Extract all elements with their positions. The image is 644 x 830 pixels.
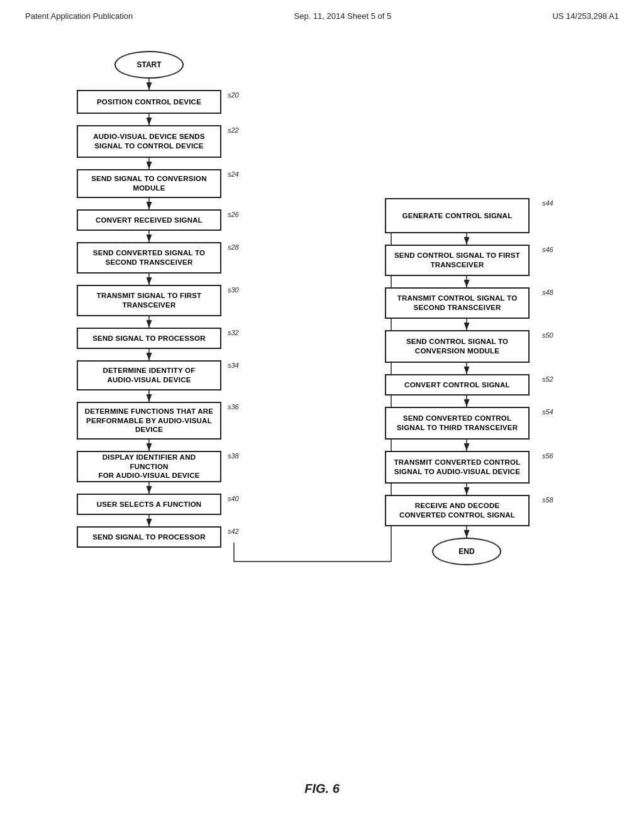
box-s40: USER SELECTS A FUNCTION: [77, 494, 221, 515]
step-label-s54: s54: [542, 408, 553, 416]
box-s50: SEND CONTROL SIGNAL TO CONVERSION MODULE: [385, 330, 530, 363]
box-s28: SEND CONVERTED SIGNAL TO SECOND TRANSCEI…: [77, 242, 221, 274]
header-left: Patent Application Publication: [25, 11, 133, 21]
start-oval: START: [114, 51, 184, 79]
box-s52: CONVERT CONTROL SIGNAL: [385, 374, 530, 396]
box-s24: SEND SIGNAL TO CONVERSION MODULE: [77, 169, 221, 198]
step-label-s30: s30: [228, 286, 239, 294]
box-s56: TRANSMIT CONVERTED CONTROL SIGNAL TO AUD…: [385, 451, 530, 484]
box-s22: AUDIO-VISUAL DEVICE SENDS SIGNAL TO CONT…: [77, 125, 221, 158]
box-s44: GENERATE CONTROL SIGNAL: [385, 198, 530, 233]
step-label-s58: s58: [542, 496, 553, 504]
box-s30: TRANSMIT SIGNAL TO FIRST TRANSCEIVER: [77, 285, 221, 316]
step-label-s20: s20: [228, 91, 239, 99]
end-oval: END: [432, 538, 501, 565]
step-label-s52: s52: [542, 375, 553, 383]
box-s32: SEND SIGNAL TO PROCESSOR: [77, 328, 221, 349]
step-label-s46: s46: [542, 246, 553, 253]
figure-caption: FIG. 6: [0, 782, 644, 796]
step-label-s32: s32: [228, 329, 239, 336]
step-label-s34: s34: [228, 362, 239, 369]
box-s34: DETERMINE IDENTITY OF AUDIO-VISUAL DEVIC…: [77, 360, 221, 390]
step-label-s56: s56: [542, 452, 553, 460]
step-label-s28: s28: [228, 243, 239, 251]
step-label-s50: s50: [542, 331, 553, 339]
diagram-area: START s20 POSITION CONTROL DEVICE s22 AU…: [39, 40, 605, 769]
box-s54: SEND CONVERTED CONTROL SIGNAL TO THIRD T…: [385, 407, 530, 440]
box-s20: POSITION CONTROL DEVICE: [77, 90, 221, 114]
step-label-s22: s22: [228, 126, 239, 134]
step-label-s44: s44: [542, 199, 553, 207]
page-header: Patent Application Publication Sep. 11, …: [0, 0, 644, 27]
step-label-s24: s24: [228, 170, 239, 178]
step-label-s38: s38: [228, 452, 239, 460]
step-label-s48: s48: [542, 289, 553, 296]
step-label-s42: s42: [228, 528, 239, 535]
box-s48: TRANSMIT CONTROL SIGNAL TO SECOND TRANSC…: [385, 287, 530, 319]
box-s46: SEND CONTROL SIGNAL TO FIRST TRANSCEIVER: [385, 245, 530, 276]
header-center: Sep. 11, 2014 Sheet 5 of 5: [294, 11, 392, 21]
box-s26: CONVERT RECEIVED SIGNAL: [77, 209, 221, 231]
step-label-s26: s26: [228, 211, 239, 218]
box-s36: DETERMINE FUNCTIONS THAT ARE PERFORMABLE…: [77, 402, 221, 440]
box-s58: RECEIVE AND DECODE CONVERTED CONTROL SIG…: [385, 495, 530, 526]
box-s38: DISPLAY IDENTIFIER AND FUNCTION FOR AUDI…: [77, 451, 221, 482]
box-s42: SEND SIGNAL TO PROCESSOR: [77, 526, 221, 548]
step-label-s36: s36: [228, 403, 239, 411]
step-label-s40: s40: [228, 495, 239, 502]
header-right: US 14/253,298 A1: [552, 11, 619, 21]
